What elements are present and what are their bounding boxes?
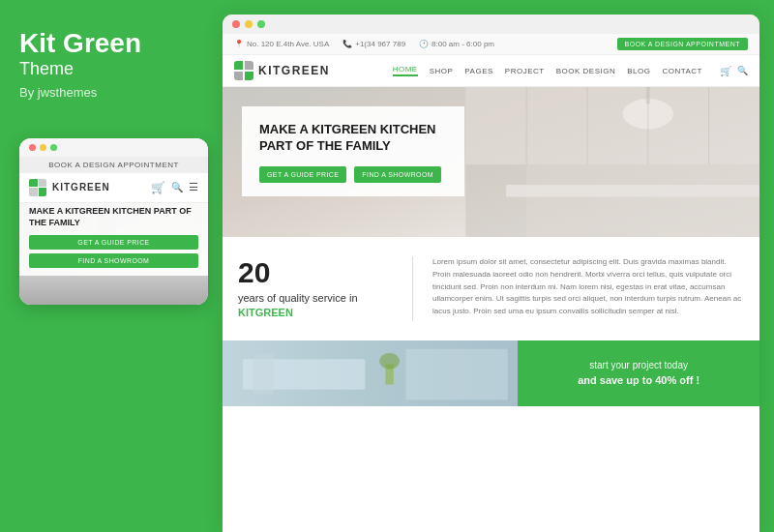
phone-text: +1(34 967 789 (355, 40, 405, 48)
banner-text: start your project today and save up to … (578, 358, 700, 389)
desktop-dot-yellow (245, 20, 253, 28)
banner-line1: start your project today (578, 358, 700, 372)
logo-tl (234, 61, 243, 70)
desktop-logo-text: KITGREEN (258, 64, 330, 77)
content-divider (412, 256, 413, 321)
mobile-get-guide-btn[interactable]: GET A GUIDE PRICE (29, 235, 198, 250)
mobile-dot-yellow (40, 144, 46, 151)
nav-blog[interactable]: BLOG (627, 67, 650, 75)
hero-btn-row: GET A GUIDE PRICE FIND A SHOWROOM (259, 166, 447, 183)
hero-content-box: MAKE A KITGREEN KITCHEN PART OF THE FAMI… (242, 106, 464, 196)
search-icon: 🔍 (171, 182, 183, 192)
svg-rect-20 (405, 349, 507, 400)
mobile-hero-overlay: MAKE A KITGREEN KITCHEN PART OF THE FAMI… (19, 203, 208, 276)
mobile-logo-icon (29, 179, 46, 196)
address-text: No. 120 E.4th Ave. USA (247, 40, 329, 48)
nav-book-design[interactable]: BOOK DESIGN (556, 67, 616, 75)
nav-pages[interactable]: PAGES (464, 67, 492, 75)
desktop-mockup: 📍 No. 120 E.4th Ave. USA 📞 +1(34 967 789… (223, 15, 759, 532)
svg-rect-17 (253, 354, 274, 395)
logo-bl (234, 72, 243, 80)
banner-line2: and save up to 40% off ! (578, 374, 700, 386)
logo-br (245, 72, 253, 80)
svg-rect-7 (465, 164, 526, 237)
nav-project[interactable]: PROJECT (505, 67, 545, 75)
mobile-bottom-image (19, 276, 208, 305)
menu-icon: ☰ (189, 181, 198, 193)
desktop-content-section: 20 years of quality service in KITGREEN … (223, 237, 759, 340)
body-text: Lorem ipsum dolor sit amet, consectetur … (432, 256, 744, 321)
book-appointment-btn[interactable]: BOOK A DESIGN APPOINTMENT (617, 38, 748, 50)
desktop-dot-green (257, 20, 265, 28)
desktop-nav: KITGREEN HOME SHOP PAGES PROJECT BOOK DE… (223, 55, 759, 87)
bottom-img-svg (223, 340, 518, 406)
mobile-logo-text: KITGREEN (52, 182, 110, 192)
svg-rect-10 (506, 185, 759, 197)
desktop-info-bar: 📍 No. 120 E.4th Ave. USA 📞 +1(34 967 789… (223, 34, 759, 55)
mobile-hero-image: MAKE A KITGREEN KITCHEN PART OF THE FAMI… (19, 203, 208, 276)
mobile-mockup: BOOK A DESIGN APPOINTMENT KITGREEN 🛒 🔍 ☰ (19, 138, 208, 305)
mobile-hero-title: MAKE A KITGREEN KITCHEN PART OF THE FAMI… (29, 206, 198, 228)
svg-point-19 (379, 353, 400, 369)
desktop-bottom-banner: start your project today and save up to … (223, 340, 759, 406)
phone-icon: 📞 (342, 40, 352, 48)
desktop-dot-red (232, 20, 240, 28)
desktop-hero: MAKE A KITGREEN KITCHEN PART OF THE FAMI… (223, 87, 759, 237)
search-icon[interactable]: 🔍 (737, 66, 748, 75)
hours-text: 8:00 am - 6:00 pm (432, 40, 494, 48)
mobile-nav: KITGREEN 🛒 🔍 ☰ (19, 173, 208, 203)
years-label: years of quality service in (238, 292, 358, 304)
hero-get-guide-btn[interactable]: GET A GUIDE PRICE (259, 166, 346, 183)
mobile-btn-row: GET A GUIDE PRICE FIND A SHOWROOM (29, 235, 198, 276)
years-number: 20 (238, 256, 270, 288)
years-brand: KITGREEN (238, 307, 293, 318)
desktop-nav-links: HOME SHOP PAGES PROJECT BOOK DESIGN BLOG… (393, 65, 702, 76)
brand-by: By jwsthemes (19, 85, 141, 100)
brand-title: Kit Green (19, 29, 141, 59)
brand-title-group: Kit Green Theme By jwsthemes (19, 29, 141, 123)
desktop-logo-icon (234, 61, 253, 80)
mobile-dot-green (50, 144, 57, 151)
bottom-image (223, 340, 518, 406)
clock-icon: 🕐 (419, 40, 429, 48)
nav-contact[interactable]: CONTACT (662, 67, 702, 75)
desktop-logo: KITGREEN (234, 61, 330, 80)
years-text: years of quality service in KITGREEN (238, 291, 393, 321)
mobile-nav-icons: 🛒 🔍 ☰ (151, 181, 198, 194)
mobile-topbar (19, 138, 208, 157)
left-panel: Kit Green Theme By jwsthemes BOOK A DESI… (0, 0, 223, 532)
mobile-book-bar: BOOK A DESIGN APPOINTMENT (19, 157, 208, 173)
desktop-topbar (223, 15, 759, 34)
location-icon: 📍 (234, 40, 244, 48)
nav-home[interactable]: HOME (393, 65, 418, 76)
nav-icons: 🛒 🔍 (720, 66, 748, 76)
bottom-green-banner: start your project today and save up to … (518, 340, 759, 406)
mobile-find-showroom-btn[interactable]: FIND A SHOWROOM (29, 253, 198, 268)
mobile-dot-red (29, 144, 36, 151)
logo-tr (245, 61, 253, 70)
nav-shop[interactable]: SHOP (430, 67, 454, 75)
hours-item: 🕐 8:00 am - 6:00 pm (419, 40, 494, 48)
cart-icon[interactable]: 🛒 (720, 66, 731, 76)
years-section: 20 years of quality service in KITGREEN (238, 256, 393, 321)
hero-find-showroom-btn[interactable]: FIND A SHOWROOM (354, 166, 441, 183)
svg-rect-5 (465, 87, 759, 164)
address-item: 📍 No. 120 E.4th Ave. USA (234, 40, 329, 48)
phone-item: 📞 +1(34 967 789 (342, 40, 405, 48)
svg-rect-6 (526, 164, 759, 237)
cart-icon: 🛒 (151, 181, 165, 194)
brand-subtitle: Theme (19, 59, 141, 79)
hero-title: MAKE A KITGREEN KITCHEN PART OF THE FAMI… (259, 122, 447, 155)
